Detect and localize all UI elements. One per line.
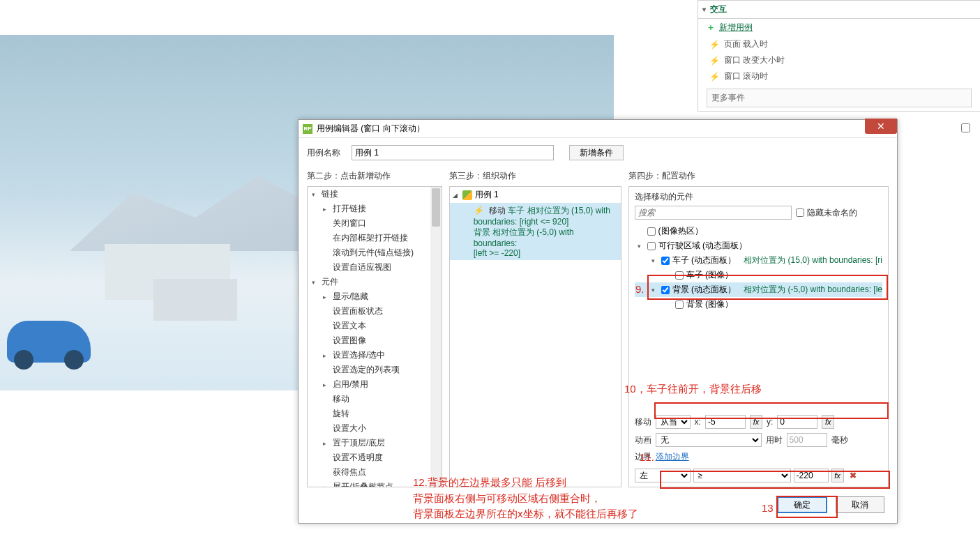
y-input[interactable] <box>777 415 817 429</box>
interactions-panel: ▾ 交互 ＋ 新增用例 ⚡ 页面 载入时 ⚡ 窗口 改变大小时 ⚡ 窗口 滚动时… <box>698 0 980 112</box>
checkbox[interactable] <box>675 271 684 280</box>
event-label: 页面 载入时 <box>724 38 768 50</box>
dialog-title: 用例编辑器 (窗口 向下滚动） <box>317 123 425 135</box>
checkbox[interactable] <box>647 242 656 250</box>
far-checkbox[interactable] <box>961 123 970 132</box>
tree-item[interactable]: 旋转 <box>308 406 442 421</box>
action-row[interactable]: ⚡ 移动 车子 相对位置为 (15,0) with boundaries: [r… <box>450 203 621 260</box>
move-label: 移动 <box>635 416 651 428</box>
plus-icon: ＋ <box>707 22 715 33</box>
bolt-icon: ⚡ <box>709 56 720 66</box>
widget-row[interactable]: 背景 (图像） <box>635 297 882 312</box>
organize-actions-box[interactable]: 用例 1 ⚡ 移动 车子 相对位置为 (15,0) with boundarie… <box>449 186 621 487</box>
anim-select[interactable]: 无 <box>656 433 762 447</box>
cancel-button[interactable]: 取消 <box>836 496 884 513</box>
close-button[interactable]: ✕ <box>865 119 897 134</box>
add-condition-button[interactable]: 新增条件 <box>569 145 624 160</box>
tree-item[interactable]: 设置图像 <box>308 333 442 348</box>
x-label: x: <box>695 417 701 427</box>
y-label: y: <box>767 417 773 427</box>
bound-op-select[interactable]: ≥ <box>693 469 791 482</box>
tree-item[interactable]: 打开链接 <box>308 202 442 216</box>
tree-item[interactable]: 关闭窗口 <box>308 216 442 231</box>
tree-item[interactable]: 显示/隐藏 <box>308 289 442 304</box>
interactions-title: 交互 <box>710 3 727 15</box>
more-events[interactable]: 更多事件 <box>707 89 972 107</box>
bolt-icon: ⚡ <box>709 72 720 82</box>
tree-item[interactable]: 启用/禁用 <box>308 377 442 392</box>
step4-subtitle: 选择移动的元件 <box>635 191 882 203</box>
widget-row-selected[interactable]: 背景 (动态面板） 相对位置为 (-5,0) with boundaries: … <box>635 282 882 297</box>
tree-item[interactable]: 在内部框架打开链接 <box>308 231 442 245</box>
dur-input[interactable] <box>787 433 827 447</box>
checkbox[interactable] <box>675 301 684 309</box>
tree-item[interactable]: 置于顶层/底层 <box>308 436 442 450</box>
move-mode-select[interactable]: 从当前 <box>656 415 691 429</box>
step2-title: 第二步：点击新增动作 <box>307 170 442 182</box>
dur-label: 用时 <box>766 434 783 446</box>
boundary-row: 左 ≥ fx ✖ <box>635 469 882 482</box>
bound-label-row: 边界 添加边界 <box>635 451 882 463</box>
remove-boundary-icon[interactable]: ✖ <box>847 471 859 480</box>
scrollbar[interactable] <box>430 187 442 487</box>
ok-button[interactable]: 确定 <box>777 496 827 513</box>
widget-row[interactable]: 车子 (图像） <box>635 268 882 282</box>
event-label: 窗口 滚动时 <box>724 70 768 82</box>
bolt-icon: ⚡ <box>474 206 484 215</box>
tree-item[interactable]: 设置面板状态 <box>308 304 442 319</box>
tree-item[interactable]: 移动 <box>308 392 442 406</box>
dur-unit: 毫秒 <box>831 434 848 446</box>
bound-label: 边界 <box>635 451 651 463</box>
hide-unnamed-checkbox[interactable] <box>796 208 804 217</box>
event-window-resize[interactable]: ⚡ 窗口 改变大小时 <box>698 52 980 68</box>
app-icon: RP <box>303 124 312 134</box>
configure-action-box: 选择移动的元件 隐藏未命名的 (图像热区） 可行驶区域 (动态面板） 车子 (动… <box>628 186 889 487</box>
bound-side-select[interactable]: 左 <box>635 469 691 482</box>
widget-row[interactable]: 可行驶区域 (动态面板） <box>635 238 882 253</box>
house2-shape <box>153 279 237 321</box>
add-case-link[interactable]: 新增用例 <box>719 22 753 33</box>
x-input[interactable] <box>705 415 746 429</box>
checkbox[interactable] <box>661 257 670 265</box>
actions-tree[interactable]: 链接 打开链接 关闭窗口 在内部框架打开链接 滚动到元件(锚点链接) 设置自适应… <box>307 186 442 487</box>
step4-title: 第四步：配置动作 <box>628 170 889 182</box>
search-input[interactable] <box>635 206 792 220</box>
tree-item[interactable]: 设置大小 <box>308 421 442 436</box>
add-boundary-link[interactable]: 添加边界 <box>656 451 689 463</box>
car-shape <box>7 321 91 363</box>
tree-cat-links[interactable]: 链接 <box>308 187 442 202</box>
tree-item[interactable]: 滚动到元件(锚点链接) <box>308 245 442 260</box>
checkbox[interactable] <box>647 227 656 236</box>
fx-button[interactable]: fx <box>831 469 844 482</box>
tree-item[interactable]: 设置选定的列表项 <box>308 363 442 377</box>
collapse-icon: ▾ <box>702 6 706 13</box>
bound-value-input[interactable] <box>794 469 829 482</box>
widget-row[interactable]: 车子 (动态面板） 相对位置为 (15,0) with boundaries: … <box>635 253 882 268</box>
hide-unnamed[interactable]: 隐藏未命名的 <box>796 207 857 219</box>
checkbox[interactable] <box>661 286 670 294</box>
widget-tree[interactable]: (图像热区） 可行驶区域 (动态面板） 车子 (动态面板） 相对位置为 (15,… <box>635 224 882 312</box>
tree-item[interactable]: 获得焦点 <box>308 465 442 480</box>
move-row: 移动 从当前 x: fx y: fx <box>635 415 882 429</box>
case-name-input[interactable] <box>352 145 554 160</box>
tree-item[interactable]: 设置不透明度 <box>308 450 442 465</box>
tree-item[interactable]: 设置自适应视图 <box>308 260 442 275</box>
interactions-header[interactable]: ▾ 交互 <box>698 0 980 19</box>
scrollbar-thumb[interactable] <box>432 188 440 227</box>
dialog-titlebar: RP 用例编辑器 (窗口 向下滚动） ✕ <box>299 120 897 138</box>
case-row[interactable]: 用例 1 <box>450 187 621 203</box>
tree-item[interactable]: 设置文本 <box>308 319 442 333</box>
tree-item[interactable]: 设置选择/选中 <box>308 348 442 363</box>
anim-row: 动画 无 用时 毫秒 <box>635 433 882 447</box>
add-case-row[interactable]: ＋ 新增用例 <box>698 19 980 36</box>
tree-cat-widgets[interactable]: 元件 <box>308 275 442 289</box>
fx-button[interactable]: fx <box>750 415 762 429</box>
widget-row[interactable]: (图像热区） <box>635 224 882 238</box>
event-window-scroll[interactable]: ⚡ 窗口 滚动时 <box>698 68 980 84</box>
fx-button[interactable]: fx <box>822 415 834 429</box>
bolt-icon: ⚡ <box>709 40 720 50</box>
tree-item[interactable]: 展开/折叠树节点 <box>308 480 442 487</box>
case-editor-dialog: RP 用例编辑器 (窗口 向下滚动） ✕ 用例名称 新增条件 第二步：点击新增动… <box>298 119 898 524</box>
event-page-load[interactable]: ⚡ 页面 载入时 <box>698 36 980 52</box>
step3-title: 第三步：组织动作 <box>449 170 621 182</box>
